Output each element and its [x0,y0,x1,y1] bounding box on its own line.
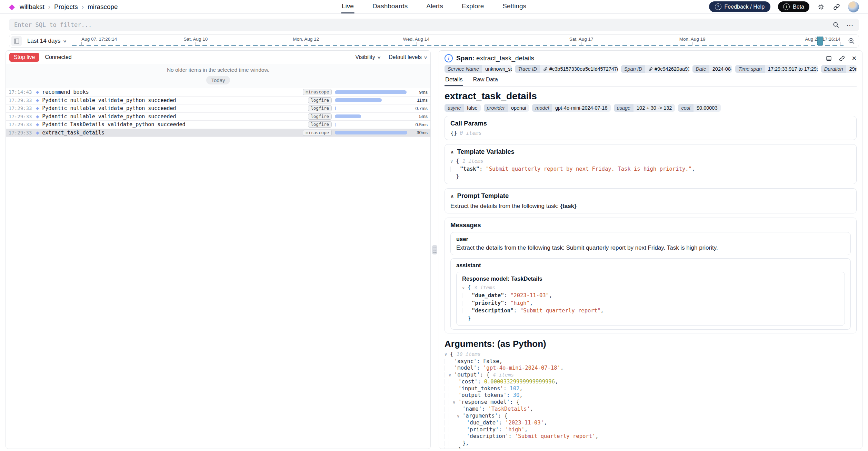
question-icon: ? [715,3,721,10]
link-icon[interactable] [648,67,653,71]
tab-explore[interactable]: Explore [461,0,485,13]
collapse-caret-icon[interactable]: ∨ [457,413,462,420]
timeline-selection-brush[interactable] [817,37,823,45]
span-duration-label: 11ms [411,98,428,103]
indent-guide [449,393,453,398]
template-variables-json: ∨{ 1 items"task": "Submit quarterly repo… [450,157,851,180]
indent-guide [449,434,453,439]
indent-guide [462,308,466,313]
indent-guide [445,447,449,449]
span-row[interactable]: 17:29:33◆Pydantic TaskDetails validate_p… [6,121,430,129]
collapse-caret-icon[interactable]: ∨ [445,351,450,358]
code-line: ∨{ 10 items [445,351,857,358]
app-window: ◆ willbakst›Projects›mirascope LiveDashb… [0,0,868,451]
response-model-title: Response model: TaskDetails [462,275,839,282]
timeline-tick: Sat, Aug 17 [569,37,593,46]
prompt-template-title: Prompt Template [457,192,509,200]
code-token: "high" [510,300,530,306]
feedback-help-button[interactable]: ? Feedback / Help [709,1,771,12]
span-row[interactable]: 17:29:33◆Pydantic nullable validate_pyth… [6,113,430,121]
duration-bar-fill [335,114,361,118]
share-link-icon[interactable] [833,3,840,11]
timeline-tick-mark [81,42,82,46]
no-older-items-text: No older items in the selected time wind… [6,67,430,73]
span-row[interactable]: 17:29:33◆Pydantic nullable validate_pyth… [6,104,430,113]
time-range-dropdown[interactable]: Last 14 days ∨ [24,38,69,44]
collapse-up-icon[interactable]: ∧ [450,149,454,154]
code-token: : { [510,399,519,405]
close-icon[interactable]: ✕ [852,56,857,61]
tab-settings[interactable]: Settings [502,0,527,13]
timeline-tick: Wed, Aug 14 [403,37,429,46]
tab-dashboards[interactable]: Dashboards [372,0,408,13]
attribute-badge: Duration29ms [821,65,857,73]
badge-value: gpt-4o-mini-2024-07-18 [552,104,611,112]
code-token: "due_date" [472,292,504,299]
collapse-up-icon[interactable]: ∧ [450,193,454,199]
zoom-in-icon[interactable] [846,36,857,46]
visibility-dropdown[interactable]: Visibility ∨ [355,54,380,60]
span-row[interactable]: 17:14:43◆recommend_booksmirascope9ms [6,88,430,97]
drag-handle-icon[interactable] [432,245,437,254]
detail-tab-details[interactable]: Details [445,76,463,86]
span-duration-bar [335,131,408,134]
link-icon[interactable] [543,67,548,71]
detail-tab-raw-data[interactable]: Raw Data [472,76,498,86]
code-token: : [478,379,484,385]
stop-live-button[interactable]: Stop live [9,53,39,62]
live-span-list-panel: Stop live Connected Visibility ∨ Default… [6,50,431,449]
timeline-tick: Aug 07, 17:26:14 [81,37,117,46]
code-token: : [508,433,515,439]
timeline[interactable]: Aug 07, 17:26:14Sat, Aug 10Mon, Aug 12We… [72,36,844,46]
sidebar-toggle-button[interactable] [11,36,22,46]
span-row[interactable]: 17:29:33◆extract_task_detailsmirascope30… [6,129,430,137]
code-token: } [456,173,459,180]
span-meta-badges: Service Nameunknown_serviceTrace ID#c3b5… [445,65,857,73]
search-icon[interactable] [832,21,839,28]
more-options-icon[interactable]: ⋯ [846,21,854,29]
code-token: 'TaskDetails' [488,406,530,412]
badge-value: 102 + 30 -> 132 [633,104,675,112]
logfire-logo-icon[interactable]: ◆ [9,3,15,11]
span-row[interactable]: 17:29:33◆Pydantic nullable validate_pyth… [6,97,430,105]
copy-link-icon[interactable] [839,55,845,62]
code-line: 'description': 'Submit quarterly report'… [445,433,857,440]
panel-divider[interactable] [431,50,439,449]
beta-button[interactable]: i Beta [778,1,809,12]
tab-alerts[interactable]: Alerts [426,0,444,13]
code-token: "Submit quarterly report by next Friday.… [486,166,692,172]
template-variables-header[interactable]: ∧Template Variables [450,148,851,156]
user-avatar[interactable] [848,1,859,12]
code-token: 'model' [454,365,477,371]
theme-toggle-icon[interactable] [817,3,825,11]
code-token: 'Submit quarterly report' [515,433,595,439]
badge-value: 29ms [846,65,857,73]
default-levels-dropdown[interactable]: Default levels ∨ [389,54,427,60]
code-token: 'gpt-4o-mini-2024-07-18' [483,365,560,371]
prompt-template-header[interactable]: ∧Prompt Template [450,192,851,200]
sql-filter-input[interactable]: Enter SQL to filter... ⋯ [9,19,859,31]
call-params-title: Call Params [450,120,851,127]
collapse-caret-icon[interactable]: ∨ [450,158,456,165]
span-tag-chip: mirascope [303,130,332,136]
indent-guide [445,393,449,398]
span-tag-chip: mirascope [303,89,332,95]
breadcrumb-item[interactable]: mirascope [88,3,118,11]
badge-value: openai [508,104,529,112]
code-token: , [525,427,528,433]
collapse-caret-icon[interactable]: ∨ [462,284,468,292]
collapse-caret-icon[interactable]: ∨ [449,372,454,379]
indent-guide [445,365,449,371]
breadcrumb-item[interactable]: willbakst [20,3,44,11]
indent-guide [449,441,453,446]
template-variables-card: ∧Template Variables ∨{ 1 items"task": "S… [445,144,857,184]
badge-label: Trace ID [515,65,540,73]
breadcrumb-item[interactable]: Projects [54,3,78,11]
code-token: : [503,385,510,392]
collapse-caret-icon[interactable]: ∨ [453,399,458,406]
code-token: 0.00003329999999999996 [484,379,555,385]
code-line: ∨'output': { 4 items [445,372,857,379]
tab-live[interactable]: Live [341,0,355,13]
dock-panel-icon[interactable] [826,55,832,62]
detail-tabs: DetailsRaw Data [445,76,857,87]
